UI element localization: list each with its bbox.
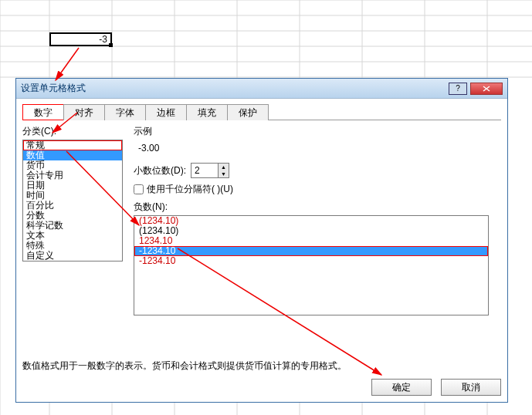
category-item[interactable]: 自定义 [23,251,122,261]
decimal-places-input[interactable] [191,164,218,177]
dialog-title: 设置单元格格式 [21,82,446,95]
negative-numbers-label: 负数(N): [134,201,501,214]
negative-format-item[interactable]: -1234.10 [134,256,488,266]
category-label: 分类(C): [22,125,123,138]
category-list[interactable]: 常规数值货币会计专用日期时间百分比分数科学记数文本特殊自定义 [22,140,123,261]
decimal-places-stepper[interactable]: ▲ ▼ [191,163,229,178]
tab-strip: 数字 对齐 字体 边框 填充 保护 [22,103,501,120]
format-description: 数值格式用于一般数字的表示。货币和会计格式则提供货币值计算的专用格式。 [22,359,501,373]
spin-down-icon[interactable]: ▼ [219,170,229,177]
sample-label: 示例 [134,125,501,138]
spin-up-icon[interactable]: ▲ [219,164,229,170]
dialog-titlebar[interactable]: 设置单元格格式 ? [16,79,507,99]
negative-format-item[interactable]: -1234.10 [134,246,488,256]
cell-value: -3 [99,34,107,45]
close-button[interactable] [470,83,503,95]
tab-align[interactable]: 对齐 [63,104,105,120]
negative-format-item[interactable]: (1234.10) [134,226,488,236]
format-cells-dialog: 设置单元格格式 ? 数字 对齐 字体 边框 填充 保护 分类(C): 常规数值货… [15,78,508,403]
svg-line-15 [56,48,79,80]
tab-number[interactable]: 数字 [22,104,64,120]
negative-format-item[interactable]: (1234.10) [134,216,488,226]
cancel-button[interactable]: 取消 [441,379,501,396]
negative-format-item[interactable]: 1234.10 [134,236,488,246]
decimal-places-label: 小数位数(D): [134,164,186,177]
ok-button[interactable]: 确定 [371,379,432,396]
tab-border[interactable]: 边框 [145,104,187,120]
tab-protect[interactable]: 保护 [227,104,269,120]
sample-value: -3.00 [134,140,473,157]
help-button[interactable]: ? [449,83,467,95]
thousands-separator-label: 使用千位分隔符( )(U) [147,183,233,196]
thousands-separator-checkbox[interactable] [134,184,144,194]
tab-fill[interactable]: 填充 [186,104,228,120]
negative-numbers-list[interactable]: (1234.10)(1234.10)1234.10-1234.10-1234.1… [134,215,489,315]
spreadsheet-active-cell[interactable]: -3 [49,32,112,46]
tab-font[interactable]: 字体 [104,104,146,120]
close-icon [483,86,490,92]
